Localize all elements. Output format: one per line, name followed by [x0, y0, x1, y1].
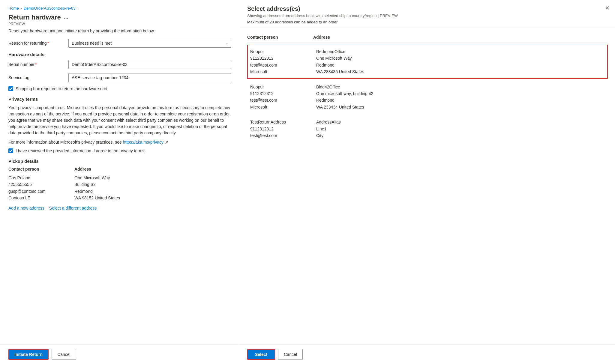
right-footer: Select Cancel [240, 345, 615, 364]
reason-dropdown-wrapper: Business need is met ⌄ [68, 39, 231, 48]
pickup-contact-email: gusp@contoso.com [8, 188, 74, 195]
addr-address-line: One Microsoft Way [316, 55, 605, 61]
pickup-addr-line3: Redmond [74, 188, 231, 195]
addr-contact-2: TestReturnAddress9112312312test@test.com [250, 119, 316, 139]
addr-address-line: WA 233435 United States [316, 68, 605, 75]
add-new-address-link[interactable]: Add a new address [8, 206, 44, 210]
privacy-agree-checkbox[interactable] [8, 148, 13, 153]
pickup-contact-data: Gus Poland 4255555555 gusp@contoso.com C… [8, 175, 74, 201]
service-tag-row: Service tag [8, 73, 231, 82]
select-different-address-link[interactable]: Select a different address [49, 206, 97, 210]
shipping-checkbox[interactable] [8, 86, 13, 91]
right-panel-title: Select address(es) [247, 5, 608, 12]
addr-contact-line: test@test.com [250, 97, 316, 103]
address-row[interactable]: Noopur9112312312test@test.comMicrosoftRe… [247, 45, 608, 79]
pickup-address-header: Address [74, 167, 231, 172]
pickup-addr-line4: WA 98152 United States [74, 195, 231, 201]
addr-contact-line: Microsoft [250, 68, 316, 75]
privacy-link[interactable]: https://aka.ms/privacy [123, 140, 164, 145]
address-row[interactable]: TestReturnAddress9112312312test@test.com… [247, 115, 608, 142]
privacy-agree-row: I have reviewed the provided information… [8, 148, 231, 153]
pickup-addr-line1: One Microsoft Way [74, 175, 231, 181]
external-link-icon: ↗ [165, 140, 168, 145]
pickup-contact-name: Gus Poland [8, 175, 74, 181]
addr-contact-line: 9112312312 [250, 90, 316, 97]
addr-contact-line: test@test.com [250, 62, 316, 68]
addr-contact-line: Noopur [250, 84, 316, 90]
privacy-text-1: Your privacy is important to us. Microso… [8, 105, 231, 136]
privacy-agree-label[interactable]: I have reviewed the provided information… [16, 148, 146, 153]
breadcrumb-order[interactable]: DemoOrderAS3contoso-re-03 [24, 6, 76, 10]
select-button[interactable]: Select [247, 349, 275, 360]
reason-label: Reason for returning* [8, 41, 68, 46]
addr-contact-line: 9112312312 [250, 55, 316, 61]
addr-col-contact-header: Contact person [247, 35, 313, 40]
addr-col-address-header: Address [313, 35, 608, 40]
addr-address-line: AddressAlias [316, 119, 605, 125]
addr-address-line: Line1 [316, 126, 605, 132]
breadcrumb: Home › DemoOrderAS3contoso-re-03 › [8, 6, 231, 10]
pickup-section-title: Pickup details [8, 159, 231, 164]
pickup-data-row: Gus Poland 4255555555 gusp@contoso.com C… [8, 175, 231, 201]
addr-contact-line: TestReturnAddress [250, 119, 316, 125]
reason-required: * [47, 41, 49, 46]
addr-contact-line: Microsoft [250, 104, 316, 110]
addr-address-line: City [316, 132, 605, 139]
pickup-contact-company: Contoso LE [8, 195, 74, 201]
left-footer: Initiate Return Cancel [0, 345, 240, 364]
service-tag-label: Service tag [8, 75, 68, 80]
right-content: Contact person Address Noopur9112312312t… [240, 28, 615, 345]
addr-contact-line: 9112312312 [250, 126, 316, 132]
breadcrumb-home[interactable]: Home [8, 6, 19, 10]
pickup-header: Contact person Address [8, 167, 231, 172]
service-tag-input[interactable] [68, 73, 231, 82]
cancel-button-left[interactable]: Cancel [52, 349, 76, 360]
hardware-section-title: Hardware details [8, 52, 231, 57]
breadcrumb-chevron-2: › [77, 6, 78, 10]
preview-badge: PREVIEW [8, 22, 231, 26]
close-button[interactable]: ✕ [605, 5, 610, 11]
right-panel-info: Maximum of 20 addresses can be added to … [247, 20, 608, 24]
left-panel: Home › DemoOrderAS3contoso-re-03 › Retur… [0, 0, 240, 364]
addr-contact-line: test@test.com [250, 132, 316, 139]
addr-address-2: AddressAliasLine1City [316, 119, 605, 139]
right-header: Select address(es) Showing addresses fro… [240, 0, 615, 28]
initiate-return-button[interactable]: Initiate Return [8, 349, 49, 360]
serial-required: * [35, 62, 37, 67]
reason-row: Reason for returning* Business need is m… [8, 39, 231, 48]
address-table-header: Contact person Address [247, 33, 608, 43]
shipping-checkbox-row: Shipping box required to return the hard… [8, 86, 231, 91]
addr-address-line: RedmondOffice [316, 48, 605, 55]
pickup-contact-header: Contact person [8, 167, 74, 172]
addr-contact-1: Noopur9112312312test@test.comMicrosoft [250, 84, 316, 111]
addr-address-line: Redmond [316, 62, 605, 68]
page-title: Return hardware [8, 13, 61, 21]
page-description: Reset your hardware unit and initiate re… [8, 28, 231, 33]
addr-address-line: Redmond [316, 97, 605, 103]
page-title-ellipsis[interactable]: ... [64, 14, 68, 21]
address-rows-container: Noopur9112312312test@test.comMicrosoftRe… [247, 45, 608, 142]
serial-input[interactable] [68, 60, 231, 69]
pickup-addr-line2: Building S2 [74, 181, 231, 188]
left-content: Home › DemoOrderAS3contoso-re-03 › Retur… [0, 0, 240, 345]
addr-address-line: Bldg42Office [316, 84, 605, 90]
address-row[interactable]: Noopur9112312312test@test.comMicrosoftBl… [247, 80, 608, 114]
addr-contact-line: Noopur [250, 48, 316, 55]
address-actions: Add a new address Select a different add… [8, 206, 231, 210]
shipping-label[interactable]: Shipping box required to return the hard… [16, 86, 107, 91]
addr-address-line: One microsoft way, building 42 [316, 90, 605, 97]
privacy-text-2: For more information about Microsoft's p… [8, 139, 231, 145]
reason-dropdown[interactable]: Business need is met [68, 39, 231, 48]
serial-number-row: Serial number* [8, 60, 231, 69]
serial-label: Serial number* [8, 62, 68, 67]
page-title-row: Return hardware ... [8, 13, 231, 21]
privacy-section-title: Privacy terms [8, 97, 231, 102]
addr-address-1: Bldg42OfficeOne microsoft way, building … [316, 84, 605, 111]
breadcrumb-chevron-1: › [21, 6, 22, 10]
right-panel: Select address(es) Showing addresses fro… [240, 0, 615, 364]
addr-address-line: WA 233434 United States [316, 104, 605, 110]
pickup-address-data: One Microsoft Way Building S2 Redmond WA… [74, 175, 231, 201]
pickup-contact-phone: 4255555555 [8, 181, 74, 188]
cancel-button-right[interactable]: Cancel [278, 349, 303, 360]
addr-contact-0: Noopur9112312312test@test.comMicrosoft [250, 48, 316, 75]
